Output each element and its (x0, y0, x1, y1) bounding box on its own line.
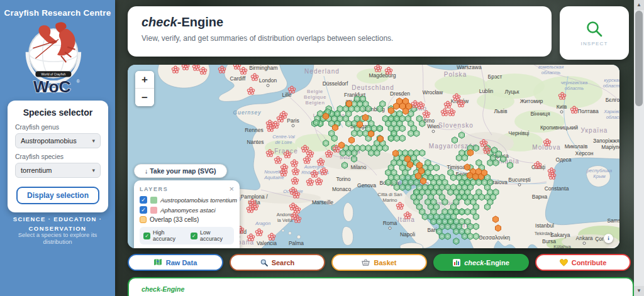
svg-text:чернігівська: чернігівська (561, 80, 588, 85)
svg-text:Tekirdağ: Tekirdağ (535, 231, 552, 236)
genus-select[interactable]: Austropotamobius ▾ (15, 133, 101, 148)
svg-text:область: область (565, 85, 584, 91)
svg-text:Wien: Wien (427, 123, 440, 129)
tab-search[interactable]: Search (230, 254, 325, 271)
tab-basket[interactable]: Basket (331, 254, 427, 271)
svg-text:Варна: Варна (532, 194, 548, 200)
svg-text:Харківська: Харківська (603, 109, 619, 114)
svg-text:область: область (606, 114, 619, 120)
display-selection-button[interactable]: Display selection (16, 187, 99, 204)
svg-text:Belgien: Belgien (306, 100, 325, 106)
svg-text:Θεσσαλονίκη: Θεσσαλονίκη (479, 234, 510, 241)
high-accuracy-label: High accuracy (153, 229, 184, 242)
svg-text:Polska: Polska (444, 71, 467, 78)
svg-text:Marino: Marino (383, 197, 397, 203)
scroll-up-button[interactable]: ▲ (634, 0, 644, 10)
inspect-label: INSPECT (580, 41, 608, 47)
svg-text:Україна: Україна (581, 127, 608, 134)
svg-text:Львів: Львів (494, 108, 508, 114)
svg-text:Centre-Val: Centre-Val (272, 134, 295, 140)
occurrence-marker (192, 65, 199, 70)
svg-text:область: область (603, 83, 619, 89)
layer-checkbox[interactable]: ✓ (140, 196, 147, 204)
svg-text:World of Crayfish: World of Crayfish (41, 72, 65, 76)
svg-text:Кропивницький: Кропивницький (540, 124, 578, 131)
tab-label: Raw Data (166, 259, 197, 266)
globe-crayfish-logo-icon: World of Crayfish WoC ® (23, 20, 93, 96)
species-label: Crayfish species (15, 153, 101, 160)
tab-check-engine[interactable]: check-Engine (433, 254, 529, 271)
species-value: torrentium (21, 167, 52, 174)
svg-text:Вінниця: Вінниця (530, 111, 550, 117)
svg-text:Маріуполь: Маріуполь (601, 144, 619, 150)
download-map-button[interactable]: ↓ Take your map (SVG) (134, 164, 227, 178)
svg-text:Kütahya: Kütahya (553, 244, 571, 248)
svg-text:Lublin: Lublin (479, 88, 494, 94)
map-icon (154, 259, 162, 266)
zoom-out-button[interactable]: − (135, 89, 154, 106)
tab-label: Basket (374, 259, 396, 266)
svg-text:Брэст: Брэст (488, 74, 502, 80)
svg-text:London: London (259, 77, 277, 84)
svg-text:Birmingham: Birmingham (249, 65, 277, 71)
svg-text:Запоріжжя: Запоріжжя (593, 138, 619, 144)
tab-contribute[interactable]: Contribute (535, 254, 631, 271)
genus-label: Crayfish genus (15, 123, 101, 131)
scroll-down-button[interactable]: ▼ (634, 286, 644, 296)
search-icon (260, 259, 268, 266)
svg-text:Ankara: Ankara (576, 235, 593, 241)
svg-text:București: București (508, 177, 531, 183)
svg-text:Torino: Torino (336, 176, 350, 182)
layer-row-torrentium[interactable]: ✓ Austropotamobius torrentium (140, 196, 234, 204)
low-accuracy-label: Low accuracy (200, 229, 230, 242)
overlap-swatch[interactable] (140, 216, 147, 223)
svg-text:Monaco: Monaco (332, 186, 352, 192)
high-accuracy-toggle[interactable]: ✓ High accuracy (143, 229, 184, 242)
layers-footer: check-Engine (140, 247, 234, 248)
svg-text:Dresden: Dresden (390, 90, 410, 97)
overlap-label: Overlap (33 cells) (150, 216, 199, 223)
bottom-tab-bar: Raw Data Search Basket check- (128, 254, 631, 271)
svg-text:WoC: WoC (33, 77, 70, 96)
svg-text:Belgie: Belgie (307, 89, 323, 94)
app-window: Crayfish Research Centre World of Crayfi… (0, 0, 644, 296)
bar-chart-icon (453, 259, 460, 266)
layer-row-overlap[interactable]: Overlap (33 cells) (140, 216, 234, 223)
layer-row-astaci[interactable]: ✓ Aphanomyces astaci (140, 206, 234, 214)
scrollbar-thumb[interactable] (635, 11, 643, 106)
tab-label: check-Engine (464, 259, 509, 266)
svg-text:Київ: Київ (557, 104, 567, 110)
svg-text:гомельская: гомельская (538, 65, 564, 70)
check-engine-header-card: check-Engine View, verify, and get summa… (128, 6, 552, 57)
heart-icon (560, 259, 568, 266)
svg-text:Warszawa: Warszawa (457, 65, 482, 70)
svg-text:Крым: Крым (593, 173, 605, 179)
species-selector-title: Species selector (15, 107, 101, 118)
tab-label: Search (272, 259, 295, 266)
inspect-button[interactable]: INSPECT (560, 6, 629, 60)
svg-text:Nederland: Nederland (304, 68, 340, 75)
page-scrollbar: ▲ ▼ (634, 0, 644, 296)
attribution-info-icon[interactable]: i (604, 234, 613, 243)
tab-raw-data[interactable]: Raw Data (128, 254, 223, 271)
svg-text:Deutschland: Deutschland (352, 84, 394, 91)
download-map-label: Take your map (SVG) (150, 167, 216, 175)
svg-text:Magdeburg: Magdeburg (369, 72, 396, 79)
svg-text:Aragón: Aragón (255, 221, 270, 226)
low-accuracy-toggle[interactable]: ✓ Low accuracy (191, 229, 230, 242)
svg-text:Napoli: Napoli (400, 231, 415, 238)
layer-checkbox[interactable]: ✓ (140, 206, 147, 214)
occurrence-marker (182, 65, 189, 70)
svg-text:®: ® (76, 79, 80, 84)
close-icon[interactable]: × (229, 185, 234, 193)
species-selector-card: Species selector Crayfish genus Austropo… (8, 101, 108, 212)
layer-label: Aphanomyces astaci (160, 207, 216, 214)
svg-text:Wrocław: Wrocław (423, 89, 443, 96)
svg-text:Città di San: Città di San (378, 192, 402, 197)
woc-logo: World of Crayfish WoC ® (21, 20, 94, 98)
species-select[interactable]: torrentium ▾ (15, 163, 101, 178)
svg-text:Düsseldorf: Düsseldorf (323, 80, 348, 87)
svg-text:Guernsey: Guernsey (233, 109, 262, 116)
zoom-in-button[interactable]: + (135, 71, 154, 89)
layers-title: LAYERS (140, 186, 168, 192)
